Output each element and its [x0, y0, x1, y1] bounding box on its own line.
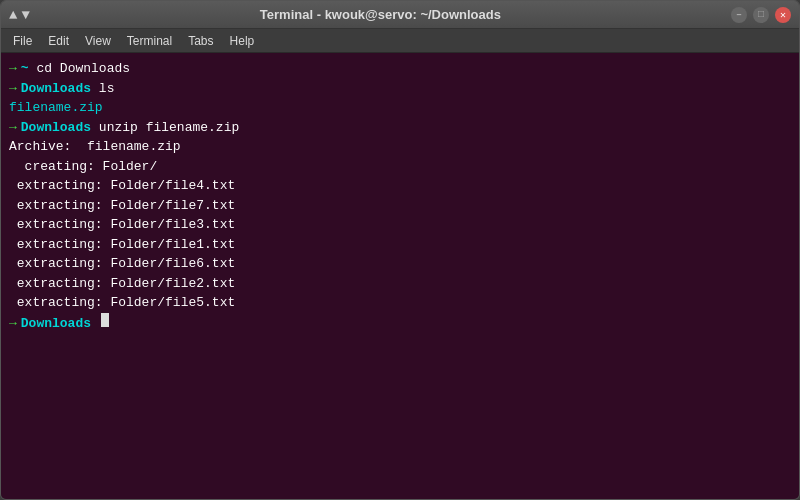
terminal-window: ▲ ▼ Terminal - kwouk@servo: ~/Downloads …	[0, 0, 800, 500]
menu-tabs[interactable]: Tabs	[180, 32, 221, 50]
prompt-cmd-2: ls	[91, 79, 114, 99]
menu-view[interactable]: View	[77, 32, 119, 50]
terminal-line-4: → Downloads unzip filename.zip	[9, 118, 791, 138]
maximize-button[interactable]: □	[753, 7, 769, 23]
titlebar-left: ▲ ▼	[9, 7, 30, 23]
terminal-line-5: Archive: filename.zip	[9, 137, 791, 157]
prompt-cmd-14	[91, 314, 99, 334]
terminal-line-8: extracting: Folder/file7.txt	[9, 196, 791, 216]
prompt-dir-1: ~	[21, 59, 29, 79]
terminal-line-12: extracting: Folder/file2.txt	[9, 274, 791, 294]
output-file7: extracting: Folder/file7.txt	[9, 196, 235, 216]
prompt-arrow-1: →	[9, 59, 17, 79]
output-archive: Archive: filename.zip	[9, 137, 181, 157]
output-file6: extracting: Folder/file6.txt	[9, 254, 235, 274]
terminal-line-3: filename.zip	[9, 98, 791, 118]
menubar: File Edit View Terminal Tabs Help	[1, 29, 799, 53]
minimize-button[interactable]: –	[731, 7, 747, 23]
terminal-line-11: extracting: Folder/file6.txt	[9, 254, 791, 274]
output-file4: extracting: Folder/file4.txt	[9, 176, 235, 196]
output-file2: extracting: Folder/file2.txt	[9, 274, 235, 294]
prompt-cmd-4: unzip filename.zip	[91, 118, 239, 138]
terminal-line-13: extracting: Folder/file5.txt	[9, 293, 791, 313]
terminal-line-1: → ~ cd Downloads	[9, 59, 791, 79]
terminal-line-6: creating: Folder/	[9, 157, 791, 177]
close-button[interactable]: ✕	[775, 7, 791, 23]
nav-forward-icon[interactable]: ▼	[21, 7, 29, 23]
terminal-body[interactable]: → ~ cd Downloads → Downloads ls filename…	[1, 53, 799, 499]
nav-back-icon[interactable]: ▲	[9, 7, 17, 23]
output-file5: extracting: Folder/file5.txt	[9, 293, 235, 313]
window-controls: – □ ✕	[731, 7, 791, 23]
terminal-line-10: extracting: Folder/file1.txt	[9, 235, 791, 255]
output-filename: filename.zip	[9, 98, 103, 118]
titlebar: ▲ ▼ Terminal - kwouk@servo: ~/Downloads …	[1, 1, 799, 29]
terminal-line-7: extracting: Folder/file4.txt	[9, 176, 791, 196]
output-file3: extracting: Folder/file3.txt	[9, 215, 235, 235]
menu-help[interactable]: Help	[222, 32, 263, 50]
terminal-line-2: → Downloads ls	[9, 79, 791, 99]
prompt-dir-4: Downloads	[21, 118, 91, 138]
menu-terminal[interactable]: Terminal	[119, 32, 180, 50]
prompt-arrow-2: →	[9, 79, 17, 99]
prompt-dir-14: Downloads	[21, 314, 91, 334]
window-title: Terminal - kwouk@servo: ~/Downloads	[30, 7, 731, 22]
prompt-dir-2: Downloads	[21, 79, 91, 99]
terminal-line-9: extracting: Folder/file3.txt	[9, 215, 791, 235]
prompt-arrow-4: →	[9, 118, 17, 138]
terminal-line-14: → Downloads	[9, 313, 791, 334]
menu-edit[interactable]: Edit	[40, 32, 77, 50]
output-file1: extracting: Folder/file1.txt	[9, 235, 235, 255]
prompt-cmd-1: cd Downloads	[29, 59, 130, 79]
output-creating: creating: Folder/	[9, 157, 157, 177]
prompt-arrow-14: →	[9, 314, 17, 334]
terminal-cursor	[101, 313, 109, 327]
menu-file[interactable]: File	[5, 32, 40, 50]
